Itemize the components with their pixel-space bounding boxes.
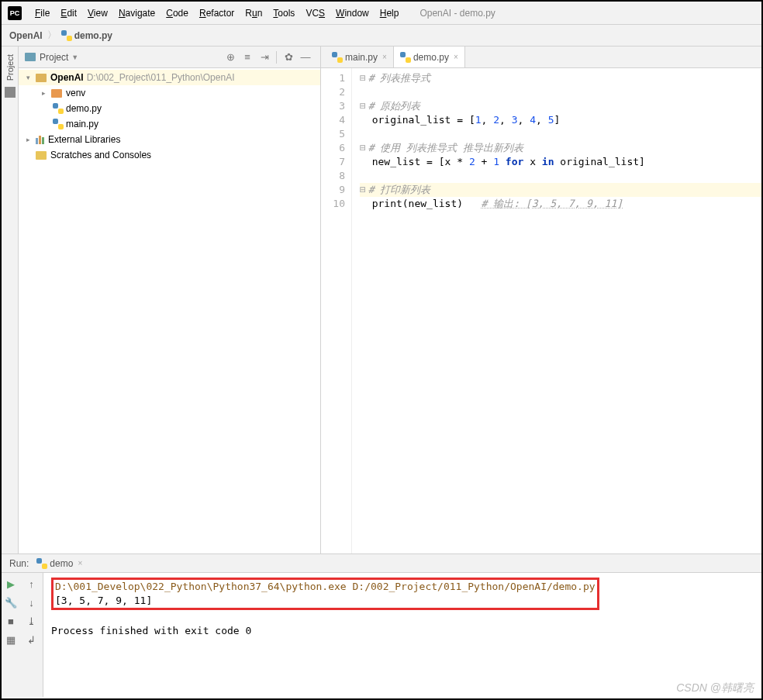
breadcrumb-root[interactable]: OpenAI bbox=[9, 30, 43, 41]
tab-demo-py[interactable]: demo.py× bbox=[394, 47, 465, 67]
gutter: 12345678910 bbox=[321, 68, 352, 553]
python-file-icon bbox=[61, 30, 72, 41]
tree-venv[interactable]: ▸ venv bbox=[19, 85, 320, 101]
editor-tabs: main.py×demo.py× bbox=[321, 47, 761, 68]
menu-navigate[interactable]: Navigate bbox=[113, 5, 161, 22]
left-tool-strip[interactable]: Project bbox=[2, 47, 19, 553]
project-panel-title[interactable]: Project bbox=[40, 52, 68, 63]
chevron-right-icon[interactable]: ▸ bbox=[42, 89, 50, 97]
console-result: [3, 5, 7, 9, 11] bbox=[55, 595, 152, 606]
console-command: D:\001_Develop\022_Python\Python37_64\py… bbox=[55, 581, 596, 592]
tree-label: OpenAI bbox=[50, 72, 84, 83]
run-panel-header: Run: demo × bbox=[2, 554, 761, 573]
menu-file[interactable]: File bbox=[29, 5, 55, 22]
run-button[interactable]: ▶ bbox=[3, 576, 19, 591]
gear-icon[interactable]: ✿ bbox=[282, 51, 295, 64]
editor-area: main.py×demo.py× 12345678910 ⊟# 列表推导式 ⊟#… bbox=[321, 47, 761, 553]
console-output[interactable]: D:\001_Develop\022_Python\Python37_64\py… bbox=[43, 573, 761, 697]
tree-path: D:\002_Project\011_Python\OpenAI bbox=[87, 72, 235, 83]
close-icon[interactable]: × bbox=[454, 53, 458, 61]
soft-wrap-icon[interactable]: ↲ bbox=[24, 632, 40, 647]
app-icon: PC bbox=[8, 6, 22, 20]
code-content[interactable]: ⊟# 列表推导式 ⊟# 原始列表 original_list = [1, 2, … bbox=[352, 68, 761, 553]
stop-icon[interactable]: ■ bbox=[3, 613, 19, 629]
project-panel-header: Project ▼ ⊕ ≡ ⇥ ✿ — bbox=[19, 47, 320, 68]
project-tool-label[interactable]: Project bbox=[5, 54, 15, 81]
menu-bar: PC FileEditViewNavigateCodeRefactorRunTo… bbox=[2, 2, 761, 25]
scroll-icon[interactable]: ⤓ bbox=[24, 613, 40, 629]
navigation-bar: OpenAI 〉 demo.py bbox=[2, 25, 761, 47]
folder-icon bbox=[51, 89, 62, 98]
close-icon[interactable]: × bbox=[382, 53, 387, 61]
breadcrumb-file[interactable]: demo.py bbox=[74, 30, 112, 41]
expand-all-icon[interactable]: ≡ bbox=[241, 51, 254, 64]
tab-main-py[interactable]: main.py× bbox=[326, 47, 394, 67]
menu-window[interactable]: Window bbox=[330, 5, 375, 22]
hide-panel-icon[interactable]: — bbox=[299, 51, 312, 64]
tree-file-main[interactable]: main.py bbox=[19, 116, 320, 132]
structure-tool-icon[interactable] bbox=[5, 87, 16, 98]
wrench-icon[interactable]: 🔧 bbox=[3, 595, 19, 610]
menu-refactor[interactable]: Refactor bbox=[194, 5, 240, 22]
step-down-icon[interactable]: ↓ bbox=[24, 595, 40, 610]
python-file-icon bbox=[53, 103, 64, 114]
project-panel: Project ▼ ⊕ ≡ ⇥ ✿ — ▾ OpenAI D:\002_Proj… bbox=[19, 47, 321, 553]
tree-scratches[interactable]: Scratches and Consoles bbox=[19, 147, 320, 163]
layout-icon[interactable]: ▦ bbox=[3, 632, 19, 647]
close-icon[interactable]: × bbox=[78, 559, 82, 567]
python-file-icon bbox=[400, 52, 411, 63]
locate-icon[interactable]: ⊕ bbox=[224, 51, 236, 64]
menu-vcs[interactable]: VCS bbox=[300, 5, 330, 22]
menu-tools[interactable]: Tools bbox=[268, 5, 300, 22]
python-file-icon bbox=[332, 52, 343, 63]
run-toolbar: ▶ ↑ 🔧 ↓ ■ ⤓ ▦ ↲ bbox=[2, 573, 43, 697]
libraries-icon bbox=[36, 136, 44, 144]
chevron-down-icon[interactable]: ▼ bbox=[71, 53, 78, 61]
code-editor[interactable]: 12345678910 ⊟# 列表推导式 ⊟# 原始列表 original_li… bbox=[321, 68, 761, 553]
breadcrumb-separator: 〉 bbox=[47, 29, 57, 42]
step-up-icon[interactable]: ↑ bbox=[24, 576, 40, 591]
menu-edit[interactable]: Edit bbox=[55, 5, 82, 22]
console-exit-message: Process finished with exit code 0 bbox=[51, 624, 754, 638]
menu-help[interactable]: Help bbox=[375, 5, 405, 22]
menu-code[interactable]: Code bbox=[161, 5, 194, 22]
scratches-icon bbox=[36, 151, 47, 160]
chevron-down-icon[interactable]: ▾ bbox=[26, 74, 34, 81]
main-area: Project Project ▼ ⊕ ≡ ⇥ ✿ — ▾ OpenAI D:\… bbox=[2, 47, 761, 553]
run-title: Run: bbox=[9, 558, 29, 569]
menu-view[interactable]: View bbox=[82, 5, 113, 22]
python-file-icon bbox=[53, 119, 64, 129]
menu-run[interactable]: Run bbox=[240, 5, 268, 22]
collapse-all-icon[interactable]: ⇥ bbox=[258, 51, 271, 64]
tree-file-demo[interactable]: demo.py bbox=[19, 101, 320, 116]
folder-icon bbox=[36, 74, 47, 82]
project-tree[interactable]: ▾ OpenAI D:\002_Project\011_Python\OpenA… bbox=[19, 68, 320, 164]
run-tab[interactable]: demo × bbox=[36, 558, 82, 569]
project-icon bbox=[25, 53, 36, 61]
chevron-right-icon[interactable]: ▸ bbox=[26, 136, 34, 143]
tree-root[interactable]: ▾ OpenAI D:\002_Project\011_Python\OpenA… bbox=[19, 70, 320, 85]
window-title: OpenAI - demo.py bbox=[419, 8, 495, 19]
python-file-icon bbox=[36, 558, 47, 569]
run-panel: Run: demo × ▶ ↑ 🔧 ↓ ■ ⤓ ▦ ↲ D:\001_Devel… bbox=[2, 553, 761, 697]
tree-external-libraries[interactable]: ▸ External Libraries bbox=[19, 132, 320, 147]
highlight-box: D:\001_Develop\022_Python\Python37_64\py… bbox=[51, 578, 599, 610]
